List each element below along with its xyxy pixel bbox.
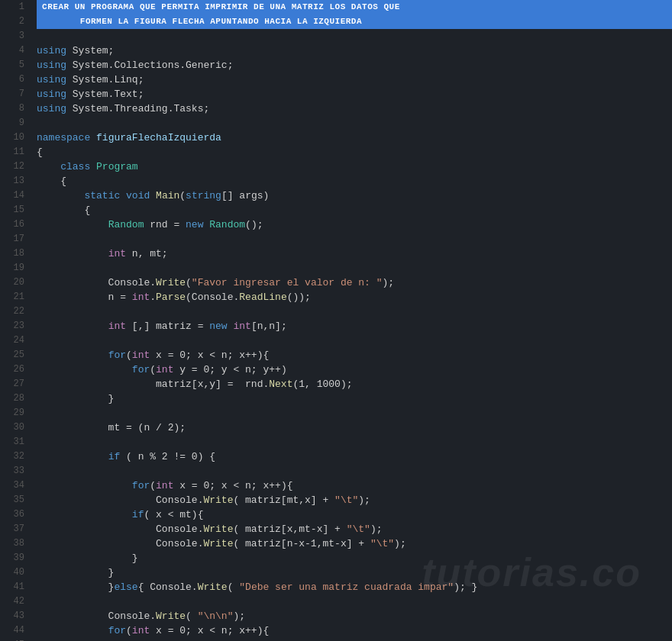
code-line-22 <box>37 304 672 319</box>
code-line-45: for(int y = 0; y < n; y++) <box>37 638 672 641</box>
code-line-12: class Program <box>37 159 672 174</box>
code-line-4: using System; <box>37 43 672 58</box>
code-line-23: int [,] matriz = new int[n,n]; <box>37 319 672 333</box>
code-line-7: using System.Text; <box>37 87 672 101</box>
code-line-34: for(int x = 0; x < n; x++){ <box>37 478 672 493</box>
code-line-32: if ( n % 2 != 0) { <box>37 449 672 464</box>
code-line-2: FORMEN LA FIGURA FLECHA APUNTANDO HACIA … <box>37 14 672 29</box>
code-line-1: CREAR UN PROGRAMA QUE PERMITA IMPRIMIR D… <box>37 0 672 14</box>
code-line-41: }else{ Console.Write( "Debe ser una matr… <box>37 580 672 594</box>
code-line-35: Console.Write( matriz[mt,x] + "\t"); <box>37 493 672 507</box>
code-line-39: } <box>37 551 672 565</box>
code-line-36: if( x < mt){ <box>37 507 672 522</box>
code-line-33 <box>37 464 672 478</box>
code-line-10: namespace figuraFlechaIzquierda <box>37 130 672 145</box>
line-numbers: 1 2 3 4 5 6 7 8 9 10 11 12 13 14 15 16 1… <box>0 0 31 641</box>
code-line-43: Console.Write( "\n\n"); <box>37 609 672 623</box>
code-line-13: { <box>37 174 672 188</box>
code-line-14: static void Main(string[] args) <box>37 188 672 203</box>
code-line-3 <box>37 29 672 43</box>
code-line-25: for(int x = 0; x < n; x++){ <box>37 348 672 362</box>
code-line-17 <box>37 232 672 246</box>
code-line-11: { <box>37 145 672 159</box>
code-line-42 <box>37 594 672 609</box>
code-line-19 <box>37 261 672 275</box>
code-line-20: Console.Write("Favor ingresar el valor d… <box>37 275 672 290</box>
code-line-28: } <box>37 391 672 406</box>
code-line-16: Random rnd = new Random(); <box>37 217 672 232</box>
code-line-26: for(int y = 0; y < n; y++) <box>37 362 672 377</box>
code-line-5: using System.Collections.Generic; <box>37 58 672 72</box>
code-line-31 <box>37 435 672 449</box>
code-line-9 <box>37 116 672 130</box>
code-line-18: int n, mt; <box>37 246 672 261</box>
code-content[interactable]: CREAR UN PROGRAMA QUE PERMITA IMPRIMIR D… <box>31 0 672 641</box>
code-line-30: mt = (n / 2); <box>37 420 672 435</box>
code-line-37: Console.Write( matriz[x,mt-x] + "\t"); <box>37 522 672 536</box>
code-line-8: using System.Threading.Tasks; <box>37 101 672 116</box>
code-line-27: matriz[x,y] = rnd.Next(1, 1000); <box>37 377 672 391</box>
code-editor: 1 2 3 4 5 6 7 8 9 10 11 12 13 14 15 16 1… <box>0 0 672 641</box>
code-line-24 <box>37 333 672 348</box>
code-line-38: Console.Write( matriz[n-x-1,mt-x] + "\t"… <box>37 536 672 551</box>
code-line-44: for(int x = 0; x < n; x++){ <box>37 623 672 638</box>
code-line-6: using System.Linq; <box>37 72 672 87</box>
code-line-40: } <box>37 565 672 580</box>
code-line-15: { <box>37 203 672 217</box>
code-line-21: n = int.Parse(Console.ReadLine()); <box>37 290 672 304</box>
code-line-29 <box>37 406 672 420</box>
